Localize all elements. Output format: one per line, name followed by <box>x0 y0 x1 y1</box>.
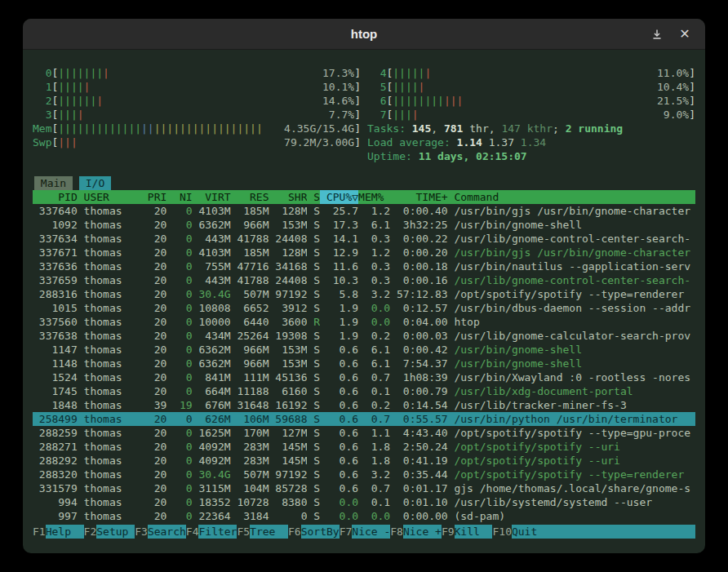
process-row[interactable]: 288259thomas2001625M170M127MS0.61.14:43.… <box>33 426 695 440</box>
process-row[interactable]: 337560thomas2001000064403600R1.90.00:04.… <box>33 315 695 329</box>
cell-cpu: 0.0 <box>320 509 358 523</box>
fn-filter[interactable]: Filter <box>198 525 237 539</box>
cell-shr: 128M <box>269 204 308 218</box>
cell-mem: 0.3 <box>358 232 390 246</box>
cell-mem: 3.2 <box>358 287 390 301</box>
column-header-s[interactable]: S <box>307 190 320 204</box>
close-icon[interactable]: ✕ <box>677 27 692 42</box>
tab-main[interactable]: Main <box>34 176 73 190</box>
cell-time: 0:14.54 <box>390 398 447 412</box>
process-row[interactable]: 1092thomas2006362M966M153MS17.36.13h32:2… <box>33 218 695 232</box>
cell-res: 507M <box>231 287 269 301</box>
process-row[interactable]: 337638thomas200434M2526419308S1.90.20:00… <box>33 329 695 343</box>
cell-shr: 59688 <box>269 412 308 426</box>
cell-pri: 20 <box>141 495 166 509</box>
process-row[interactable]: 331579thomas2003115M104M85728S0.60.70:01… <box>33 481 695 495</box>
column-header-user[interactable]: USER <box>84 190 141 204</box>
process-row[interactable]: 258499thomas200626M106M59688S0.60.70:55.… <box>33 412 695 426</box>
process-row[interactable]: 337671thomas2004103M185M128MS12.91.20:00… <box>33 246 695 259</box>
process-row[interactable]: 1848thomas3919676M3164816192S0.60.20:14.… <box>33 398 695 412</box>
column-header-cpu[interactable]: CPU%▽ <box>320 190 358 204</box>
column-header-pid[interactable]: PID <box>33 190 78 204</box>
process-row[interactable]: 997thomas2002236431840S0.00.00:00.00(sd-… <box>33 509 695 523</box>
cell-cmd: /opt/spotify/spotify --uri <box>454 440 695 454</box>
column-header-cmd[interactable]: Command <box>454 190 695 204</box>
cell-ni: 0 <box>166 259 192 273</box>
cell-res: 507M <box>231 468 269 481</box>
cell-cmd: /usr/bin/gnome-shell <box>454 343 695 357</box>
cell-res: 47716 <box>231 259 269 273</box>
column-header-mem[interactable]: MEM% <box>358 190 390 204</box>
process-row[interactable]: 288316thomas20030.4G507M97192S5.83.257:1… <box>33 287 695 301</box>
cell-time: 4:43.40 <box>390 426 447 440</box>
cell-cmd: /usr/bin/nautilus --gapplication-serv <box>454 259 695 273</box>
process-row[interactable]: 1015thomas2001080866523912S1.90.00:12.57… <box>33 301 695 315</box>
fn-tree[interactable]: Tree <box>250 525 288 539</box>
cell-res: 111M <box>231 370 269 384</box>
process-row[interactable]: 337636thomas200755M4771634168S11.60.30:0… <box>33 259 695 273</box>
cell-mem: 6.1 <box>358 357 390 370</box>
process-row[interactable]: 337634thomas200443M4178824408S14.10.30:0… <box>33 232 695 246</box>
cell-pid: 1092 <box>33 218 78 232</box>
meter-bar: |||| <box>393 108 418 122</box>
fn-key-f8: F8 <box>390 525 403 539</box>
cell-time: 0:00.22 <box>390 232 447 246</box>
meter-label: 6 <box>367 94 386 108</box>
process-row[interactable]: 288292thomas2004092M283M145MS0.61.80:41.… <box>33 454 695 468</box>
cell-user: thomas <box>84 315 141 329</box>
htop-screen: 0[||||||||17.3%]1[|||||10.1%]2[|||||||14… <box>23 50 705 553</box>
cell-pid: 288259 <box>33 426 78 440</box>
cell-mem: 0.2 <box>358 329 390 343</box>
cell-pid: 288316 <box>33 287 78 301</box>
cell-mem: 3.2 <box>358 468 390 481</box>
cell-shr: 127M <box>269 426 308 440</box>
process-row[interactable]: 1147thomas2006362M966M153MS0.66.10:00.42… <box>33 343 695 357</box>
window-titlebar[interactable]: htop ✕ <box>23 19 705 50</box>
fn-key-f2: F2 <box>84 525 97 539</box>
cell-cmd: /usr/bin/dbus-daemon --session --addr <box>454 301 695 315</box>
cell-mem: 0.0 <box>358 301 390 315</box>
cell-user: thomas <box>84 232 141 246</box>
cell-res: 185M <box>231 246 269 259</box>
cell-cpu: 14.1 <box>320 232 358 246</box>
process-row[interactable]: 337640thomas2004103M185M128MS25.71.20:00… <box>33 204 695 218</box>
fn-setup[interactable]: Setup <box>96 525 135 539</box>
fn-sortby[interactable]: SortBy <box>301 525 340 539</box>
cell-s: S <box>307 287 320 301</box>
cell-s: S <box>307 495 320 509</box>
cell-shr: 0 <box>269 509 308 523</box>
column-header-pri[interactable]: PRI <box>141 190 166 204</box>
process-row[interactable]: 288320thomas20030.4G507M97192S0.63.20:35… <box>33 468 695 481</box>
cell-res: 25264 <box>231 329 269 343</box>
fn-search[interactable]: Search <box>148 525 186 539</box>
process-row[interactable]: 337659thomas200443M4178824408S10.30.30:0… <box>33 273 695 287</box>
cell-virt: 4092M <box>193 440 231 454</box>
cell-cpu: 10.3 <box>320 273 358 287</box>
process-row[interactable]: 1524thomas200841M111M45136S0.60.71h08:39… <box>33 370 695 384</box>
cell-res: 31648 <box>231 398 269 412</box>
cell-pri: 20 <box>141 273 166 287</box>
tab-io[interactable]: I/O <box>79 176 111 190</box>
column-header-shr[interactable]: SHR <box>269 190 308 204</box>
column-header-ni[interactable]: NI <box>166 190 192 204</box>
cell-user: thomas <box>84 468 141 481</box>
column-header-virt[interactable]: VIRT <box>193 190 231 204</box>
cell-ni: 0 <box>166 218 192 232</box>
fn-nice[interactable]: Nice + <box>403 525 442 539</box>
process-row[interactable]: 288271thomas2004092M283M145MS0.61.82:50.… <box>33 440 695 454</box>
cell-cpu: 12.9 <box>320 246 358 259</box>
process-row[interactable]: 1148thomas2006362M966M153MS0.66.17:54.37… <box>33 357 695 370</box>
column-header-res[interactable]: RES <box>231 190 269 204</box>
process-row[interactable]: 994thomas20018352107288380S0.00.10:01.10… <box>33 495 695 509</box>
cell-pid: 337638 <box>33 329 78 343</box>
fn-quit[interactable]: Quit <box>512 525 550 539</box>
process-row[interactable]: 1745thomas200664M111886160S0.60.10:00.79… <box>33 384 695 398</box>
cell-s: S <box>307 218 320 232</box>
cell-ni: 0 <box>166 343 192 357</box>
fn-nice[interactable]: Nice - <box>352 525 390 539</box>
fn-kill[interactable]: Kill <box>455 525 493 539</box>
cell-s: S <box>307 398 320 412</box>
fn-help[interactable]: Help <box>46 525 84 539</box>
download-icon[interactable] <box>650 27 664 42</box>
column-header-time[interactable]: TIME+ <box>390 190 447 204</box>
